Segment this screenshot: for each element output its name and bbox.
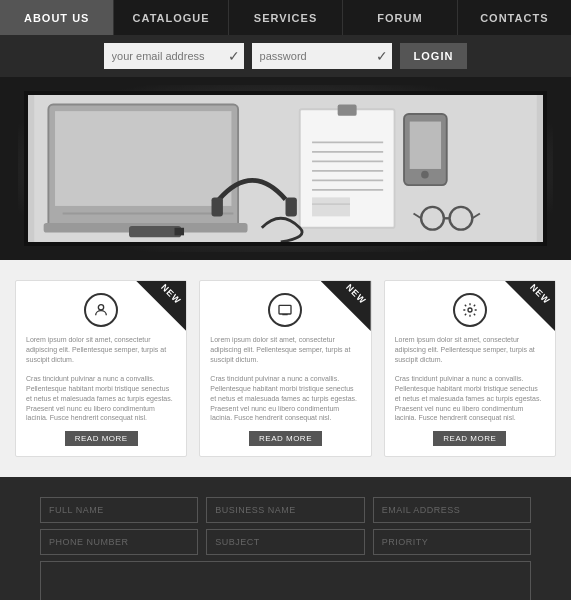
priority-input[interactable] [373,529,531,555]
contact-section: SEND MY MESSAGE [0,477,571,600]
password-check-icon: ✓ [376,48,388,64]
nav-about-us[interactable]: ABOUT US [0,0,114,35]
card-icon-3 [453,293,487,327]
svg-rect-23 [212,197,223,216]
login-button[interactable]: LOGIN [400,43,468,69]
form-row-1 [40,497,531,523]
card-text-2: Lorem ipsum dolor sit amet, consectetur … [210,335,360,423]
nav-services[interactable]: SERVICES [229,0,343,35]
svg-rect-2 [55,111,231,206]
login-bar: ✓ ✓ LOGIN [0,35,571,77]
svg-rect-6 [338,104,357,115]
card-icon-1 [84,293,118,327]
nav-forum[interactable]: FORUM [343,0,457,35]
cards-section: NEW Lorem ipsum dolor sit amet, consecte… [0,260,571,477]
navigation: ABOUT US CATALOGUE SERVICES FORUM CONTAC… [0,0,571,35]
nav-contacts[interactable]: CONTACTS [458,0,571,35]
svg-point-27 [98,305,103,310]
hero-background [18,85,553,252]
card-icon-2 [268,293,302,327]
read-more-button-2[interactable]: READ MORE [249,431,322,446]
email-input[interactable] [104,43,244,69]
svg-rect-28 [279,305,291,314]
password-input[interactable] [252,43,392,69]
full-name-input[interactable] [40,497,198,523]
phone-number-input[interactable] [40,529,198,555]
password-wrapper: ✓ [252,43,392,69]
card-text-3: Lorem ipsum dolor sit amet, consectetur … [395,335,545,423]
card-2: NEW Lorem ipsum dolor sit amet, consecte… [199,280,371,457]
svg-rect-16 [410,122,441,169]
svg-rect-25 [129,226,181,237]
email-check-icon: ✓ [228,48,240,64]
hero-image [24,91,547,246]
card-3: NEW Lorem ipsum dolor sit amet, consecte… [384,280,556,457]
read-more-button-3[interactable]: READ MORE [433,431,506,446]
hero-section [0,77,571,260]
message-textarea[interactable] [40,561,531,600]
card-1: NEW Lorem ipsum dolor sit amet, consecte… [15,280,187,457]
card-text-1: Lorem ipsum dolor sit amet, consectetur … [26,335,176,423]
read-more-button-1[interactable]: READ MORE [65,431,138,446]
svg-rect-24 [286,197,297,216]
svg-point-17 [421,171,429,179]
email-wrapper: ✓ [104,43,244,69]
form-row-2 [40,529,531,555]
nav-catalogue[interactable]: CATALOGUE [114,0,228,35]
business-name-input[interactable] [206,497,364,523]
email-address-input[interactable] [373,497,531,523]
svg-point-29 [468,308,472,312]
subject-input[interactable] [206,529,364,555]
svg-rect-26 [175,228,184,236]
svg-rect-13 [312,197,350,216]
